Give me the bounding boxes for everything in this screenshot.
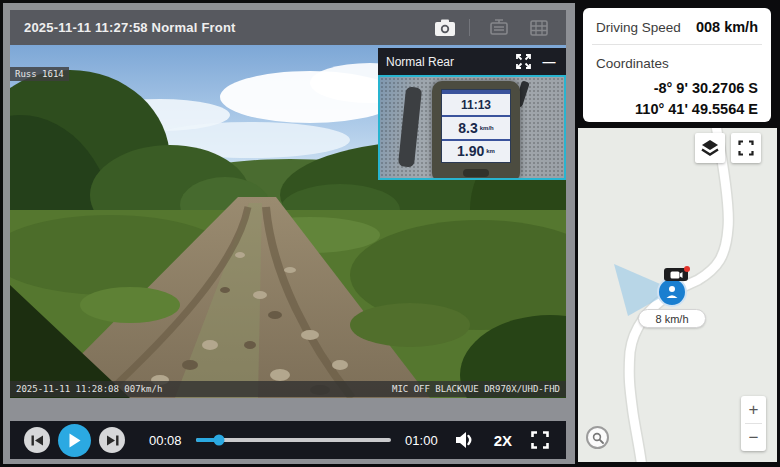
magnifier-icon: [592, 432, 604, 444]
fullscreen-button[interactable]: [528, 428, 552, 452]
pip-header: Normal Rear —: [378, 48, 566, 75]
map-speed-badge: 8 km/h: [638, 309, 706, 328]
front-camera-video[interactable]: Russ 1614 2025-11-11 11:28:08 007km/h MI…: [10, 45, 566, 398]
playback-controls: 00:08 01:00 2X: [10, 421, 566, 459]
pip-mount-shape: [398, 86, 422, 167]
gps-time-row: 11:13: [442, 90, 510, 115]
current-time: 00:08: [149, 433, 182, 448]
coordinates-row: Coordinates -8° 9' 30.2706 S 110° 41' 49…: [583, 45, 771, 120]
disabled-tool-button-1: [488, 17, 510, 38]
longitude-value: 110° 41' 49.5564 E: [596, 99, 758, 120]
coordinates-values: -8° 9' 30.2706 S 110° 41' 49.5564 E: [596, 78, 758, 120]
volume-button[interactable]: [454, 428, 478, 452]
disabled-tool-icon-1: [489, 19, 509, 37]
gps-distance-unit: km: [486, 148, 495, 154]
map-zoom-control: + −: [741, 396, 766, 451]
disabled-tool-button-2: [528, 17, 550, 38]
coordinates-label: Coordinates: [596, 56, 669, 71]
speaker-icon: [455, 431, 476, 449]
gps-speed-unit: km/h: [480, 125, 494, 131]
pip-window[interactable]: Normal Rear — 11:13 8.3: [378, 48, 566, 180]
gps-screen: 11:13 8.3 km/h 1.90 km: [441, 89, 511, 163]
pip-title: Normal Rear: [386, 55, 506, 69]
seek-bar-knob[interactable]: [214, 435, 225, 446]
zoom-in-button[interactable]: +: [741, 396, 766, 423]
layers-icon: [700, 138, 720, 158]
play-button[interactable]: [58, 424, 91, 457]
titlebar-divider: [469, 19, 470, 36]
total-duration: 01:00: [405, 433, 438, 448]
previous-frame-button[interactable]: [24, 427, 50, 453]
step-backward-icon: [31, 435, 44, 446]
camera-icon: [434, 19, 456, 37]
pip-minimize-button[interactable]: —: [540, 53, 558, 71]
gps-distance: 1.90: [457, 143, 484, 159]
driving-speed-value: 008 km/h: [696, 19, 758, 35]
play-icon: [68, 433, 81, 448]
dashcam-badge[interactable]: [664, 268, 688, 281]
video-osd-bar: 2025-11-11 11:28:08 007km/h MIC OFF BLAC…: [10, 381, 566, 397]
screenshot-capture-button[interactable]: [434, 17, 456, 38]
gps-time: 11:13: [461, 98, 491, 112]
next-frame-button[interactable]: [99, 427, 125, 453]
vehicle-location-marker[interactable]: [657, 277, 687, 307]
step-forward-icon: [106, 435, 119, 446]
disabled-tool-icon-2: [529, 19, 549, 37]
dashcam-icon: [670, 271, 683, 279]
gps-distance-row: 1.90 km: [442, 139, 510, 162]
gps-device: 11:13 8.3 km/h 1.90 km: [432, 81, 520, 180]
map-search-button[interactable]: [586, 426, 609, 449]
seek-bar[interactable]: [196, 438, 392, 442]
map-layers-button[interactable]: [695, 133, 725, 163]
map-fullscreen-button[interactable]: [731, 133, 761, 163]
pip-expand-button[interactable]: [514, 53, 532, 71]
map-panel[interactable]: 8 km/h + −: [578, 128, 777, 462]
osd-model-label: MIC OFF BLACKVUE DR970X/UHD-FHD: [392, 384, 560, 394]
zoom-out-button[interactable]: −: [741, 424, 766, 451]
license-plate-overlay: Russ 1614: [10, 67, 69, 81]
video-titlebar: 2025-11-11 11:27:58 Normal Front: [10, 10, 566, 45]
gps-speed: 8.3: [458, 120, 477, 136]
rear-camera-video[interactable]: 11:13 8.3 km/h 1.90 km: [378, 75, 566, 180]
map-fullscreen-icon: [738, 140, 754, 156]
osd-timestamp: 2025-11-11 11:28:08 007km/h: [16, 384, 162, 394]
recording-dot: [684, 266, 690, 272]
minimize-icon: —: [543, 57, 556, 67]
driving-speed-label: Driving Speed: [596, 20, 681, 35]
fullscreen-icon: [531, 431, 549, 449]
playback-speed-button[interactable]: 2X: [494, 432, 512, 449]
person-icon: [664, 284, 680, 300]
telemetry-card: Driving Speed 008 km/h Coordinates -8° 9…: [583, 8, 771, 122]
video-title: 2025-11-11 11:27:58 Normal Front: [24, 10, 236, 45]
driving-speed-row: Driving Speed 008 km/h: [583, 8, 771, 44]
gps-speed-row: 8.3 km/h: [442, 115, 510, 138]
expand-arrows-icon: [516, 54, 531, 69]
latitude-value: -8° 9' 30.2706 S: [596, 78, 758, 99]
gps-device-button: [463, 169, 489, 177]
